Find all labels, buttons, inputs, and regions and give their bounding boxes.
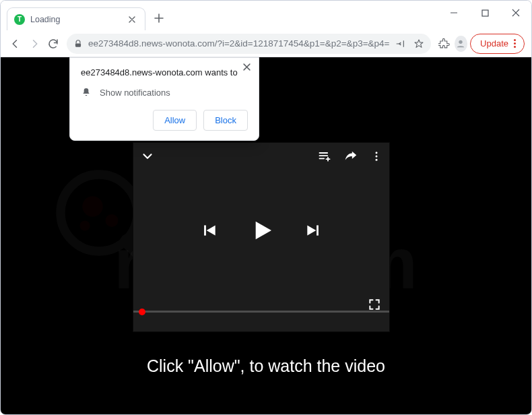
window-controls: [438, 1, 531, 25]
progress-bar[interactable]: [133, 311, 389, 313]
queue-add-icon[interactable]: [318, 150, 331, 163]
block-button[interactable]: Block: [203, 110, 248, 131]
close-window-button[interactable]: [500, 1, 531, 25]
url-actions: [395, 38, 424, 49]
svg-rect-0: [482, 10, 488, 16]
tab-title: Loading: [30, 15, 121, 24]
page-caption: Click "Allow", to watch the video: [1, 356, 531, 376]
player-controls: [133, 170, 389, 291]
fullscreen-icon[interactable]: [368, 298, 381, 311]
svg-point-8: [376, 152, 378, 154]
browser-window: T Loading: [0, 0, 532, 415]
update-button[interactable]: Update: [470, 34, 525, 54]
video-player: [133, 143, 389, 331]
svg-rect-1: [75, 43, 81, 46]
forward-button[interactable]: [26, 34, 42, 54]
favicon-icon: T: [14, 14, 25, 25]
reload-button[interactable]: [45, 34, 61, 54]
back-button[interactable]: [7, 34, 24, 54]
tab-strip: T Loading: [1, 1, 172, 30]
permission-line: Show notifications: [100, 88, 170, 98]
share-arrow-icon[interactable]: [343, 149, 358, 164]
svg-point-2: [459, 40, 463, 43]
page-content: risk.com: [1, 57, 531, 414]
new-tab-button[interactable]: [149, 9, 168, 28]
permission-row: Show notifications: [81, 87, 248, 98]
bookmark-star-icon[interactable]: [413, 38, 424, 49]
address-bar[interactable]: ee273484d8.news-wonota.com/?i=2&id=12187…: [67, 34, 431, 54]
tab-close-icon[interactable]: [126, 15, 138, 24]
play-icon[interactable]: [248, 217, 275, 244]
bell-icon: [81, 87, 92, 98]
permission-actions: Allow Block: [81, 110, 248, 131]
svg-point-9: [376, 156, 378, 158]
svg-point-6: [106, 214, 119, 227]
permission-title: ee273484d8.news-wonota.com wants to: [81, 67, 248, 77]
tab[interactable]: T Loading: [7, 7, 145, 30]
popup-close-icon[interactable]: [240, 62, 253, 72]
menu-kebab-icon: [514, 39, 516, 48]
notification-permission-popup: ee273484d8.news-wonota.com wants to Show…: [69, 57, 259, 141]
extensions-icon[interactable]: [436, 34, 451, 53]
chevron-down-icon[interactable]: [140, 149, 318, 164]
more-vert-icon[interactable]: [370, 150, 383, 162]
profile-avatar-icon[interactable]: [455, 36, 467, 52]
maximize-button[interactable]: [469, 1, 500, 25]
lock-icon: [73, 39, 83, 49]
svg-point-5: [82, 196, 102, 216]
next-track-icon[interactable]: [304, 222, 322, 239]
update-label: Update: [480, 38, 508, 49]
share-icon[interactable]: [395, 38, 405, 49]
allow-button[interactable]: Allow: [153, 110, 197, 131]
player-top-bar: [133, 143, 389, 170]
svg-point-7: [80, 220, 90, 230]
previous-track-icon[interactable]: [201, 222, 218, 239]
svg-point-10: [376, 159, 378, 161]
svg-point-3: [61, 174, 137, 251]
progress-handle-icon[interactable]: [139, 309, 145, 315]
player-bottom-bar: [133, 291, 389, 318]
toolbar: ee273484d8.news-wonota.com/?i=2&id=12187…: [1, 30, 531, 57]
minimize-button[interactable]: [438, 1, 469, 25]
titlebar: T Loading: [1, 1, 531, 30]
url-text: ee273484d8.news-wonota.com/?i=2&id=12187…: [88, 38, 389, 49]
